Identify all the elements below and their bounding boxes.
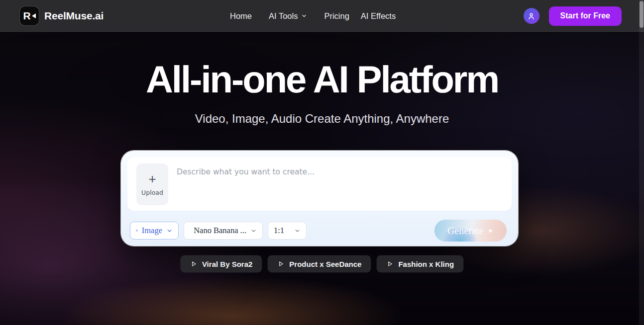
prompt-card: + Upload Image Nano Banana ... [121,151,518,246]
model-value: Nano Banana ... [194,226,246,236]
brand-name: ReelMuse.ai [44,10,104,22]
nav-link-ai-effects[interactable]: AI Effects [361,11,396,21]
chevron-down-icon [250,228,257,234]
chip-label: Product x SeeDance [289,260,361,268]
scrollbar-thumb[interactable] [640,1,644,28]
nav-link-label: Pricing [324,11,349,21]
quick-prompt-viral-sora2[interactable]: Viral By Sora2 [181,255,262,272]
nav-link-ai-tools[interactable]: AI Tools [269,11,307,21]
user-icon [527,12,536,20]
account-avatar-button[interactable] [524,8,539,24]
prompt-input[interactable] [168,157,512,211]
nav-link-label: AI Tools [269,11,298,21]
hero-section: All-in-one AI Platform Video, Image, Aud… [0,32,644,325]
nav-links: Home AI Tools Pricing AI Effects [230,0,396,32]
navbar: R ReelMuse.ai Home AI Tools Pricing AI E… [0,0,644,32]
quick-prompts-row: Viral By Sora2 Product x SeeDance Fashio… [0,255,644,272]
nav-link-home[interactable]: Home [230,11,252,21]
chevron-down-icon [166,228,173,234]
play-outline-icon [190,260,197,267]
prompt-controls: Image Nano Banana ... 1:1 Generate [127,220,512,242]
reelmuse-logo-icon: R [20,6,39,25]
navbar-right: Start for Free [524,0,622,32]
generate-button[interactable]: Generate [434,220,507,242]
play-icon [487,228,494,234]
image-icon [136,227,138,235]
page-subtitle: Video, Image, Audio Create Anything, Any… [0,112,644,126]
nav-link-label: AI Effects [361,11,396,21]
nav-link-label: Home [230,11,252,21]
chip-label: Fashion x Kling [398,260,454,268]
page-title: All-in-one AI Platform [0,60,644,99]
quick-prompt-product-seedance[interactable]: Product x SeeDance [268,255,371,272]
output-type-select[interactable]: Image [130,222,179,240]
model-select[interactable]: Nano Banana ... [184,222,263,240]
generate-label: Generate [447,225,483,237]
chevron-down-icon [301,13,307,19]
play-outline-icon [277,260,284,267]
plus-icon: + [148,172,156,185]
output-type-value: Image [142,226,162,236]
quick-prompt-fashion-kling[interactable]: Fashion x Kling [377,255,463,272]
play-outline-icon [386,260,393,267]
prompt-panel: + Upload [127,157,512,211]
chip-label: Viral By Sora2 [202,260,252,268]
upload-label: Upload [141,189,163,196]
aspect-ratio-select[interactable]: 1:1 [268,222,307,240]
aspect-ratio-value: 1:1 [274,226,284,236]
scrollbar-track[interactable] [639,0,644,325]
chevron-down-icon [294,228,301,234]
logo-letter: R [23,10,30,21]
camera-triangle-icon [32,13,36,18]
upload-button[interactable]: + Upload [136,163,168,205]
brand[interactable]: R ReelMuse.ai [20,6,104,25]
nav-link-pricing[interactable]: Pricing [324,11,349,21]
start-for-free-button[interactable]: Start for Free [549,6,622,26]
